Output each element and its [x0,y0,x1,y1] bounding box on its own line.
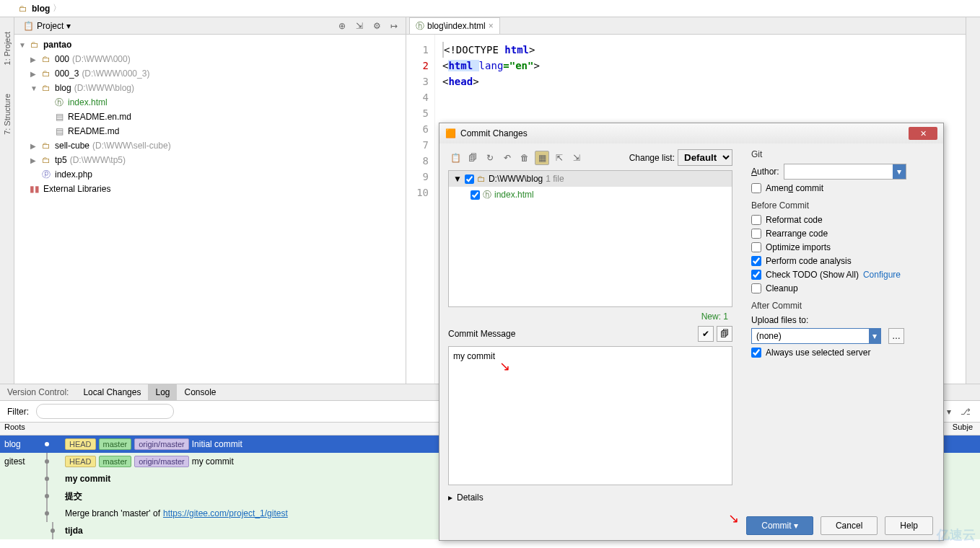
tree-node[interactable]: 000_3 [55,68,79,79]
folder-icon: 🗀 [40,54,52,64]
rearrange-checkbox[interactable] [751,229,761,239]
right-tool-strip [966,17,980,384]
app-icon: 🟧 [445,128,456,138]
folder-icon: 🗀 [40,155,52,165]
diff-icon[interactable]: 📋 [448,151,463,165]
vc-label: Version Control: [0,387,76,397]
revert-icon[interactable]: ↶ [500,151,515,165]
tab-log[interactable]: Log [148,384,177,400]
chevron-right-icon: 〉 [53,2,61,14]
todo-checkbox[interactable] [751,270,761,280]
cancel-button[interactable]: Cancel [821,516,878,535]
chevron-down-icon[interactable]: ▼ [453,174,462,184]
folder-icon: 🗀 [40,68,52,79]
amend-label: Amend commit [766,183,823,193]
close-button[interactable]: ✕ [909,127,937,140]
change-list-select[interactable]: Default [678,149,732,166]
html-icon: ⓗ [483,189,491,201]
project-title[interactable]: 📋 Project ▾ [19,19,75,32]
tab-console[interactable]: Console [177,384,223,400]
chevron-right-icon: ▸ [448,492,452,503]
git-header: Git [751,149,933,159]
group-icon[interactable]: ▦ [535,151,549,165]
author-label: AAuthor:uthor: [751,167,779,177]
md-icon: ▤ [53,126,65,136]
col-roots: Roots [0,423,43,435]
tree-node[interactable]: blog [55,83,71,93]
editor-tab[interactable]: ⓗ blog\index.html × [409,17,500,34]
left-tool-strip: 1: Project 7: Structure [0,17,14,384]
before-commit-header: Before Commit [751,200,933,211]
php-icon: ⓟ [40,169,52,181]
collapse-icon[interactable]: ⇲ [352,19,367,33]
arrow-annotation: ↘ [499,358,510,374]
configure-link[interactable]: Configure [863,270,901,280]
library-icon: ▮▮ [29,184,40,194]
author-combo[interactable]: ▾ [784,164,906,180]
tab-local-changes[interactable]: Local Changes [76,384,148,400]
amend-checkbox[interactable] [751,183,761,193]
refresh-icon[interactable]: ↻ [483,151,497,165]
analysis-checkbox[interactable] [751,256,761,266]
folder-icon: 🗀 [477,174,486,184]
folder-icon: 🗀 [40,83,52,93]
help-button[interactable]: Help [885,516,933,535]
folder-icon: 🗀 [17,3,29,14]
dialog-title: Commit Changes [460,128,528,138]
commit-file-row[interactable]: ⓗ index.html [449,187,732,203]
close-icon[interactable]: × [489,21,494,31]
select-all-checkbox[interactable] [465,174,474,184]
change-list-label: Change list: [629,153,675,163]
tree-root[interactable]: pantao [43,40,71,50]
watermark: 亿速云 [937,526,976,544]
author-input[interactable] [784,164,893,174]
after-commit-header: After Commit [751,301,933,311]
expand-icon[interactable]: ⇱ [552,151,566,165]
always-checkbox[interactable] [751,348,761,358]
filter-input[interactable] [36,404,174,419]
tree-file[interactable]: README.en.md [68,112,131,122]
more-button[interactable]: … [888,328,904,344]
details-toggle[interactable]: ▸ Details [448,490,732,505]
tab-structure[interactable]: 7: Structure [3,94,12,135]
chevron-down-icon[interactable]: ▾ [869,329,880,343]
tree-file[interactable]: README.md [68,126,119,136]
tree-file[interactable]: index.html [68,97,108,107]
reformat-checkbox[interactable] [751,215,761,225]
chevron-down-icon[interactable]: ▾ [893,164,906,179]
project-icon: 🗀 [29,40,40,50]
breadcrumb-item[interactable]: blog [32,4,50,14]
folder-icon: 🗀 [40,141,52,151]
tree-file[interactable]: index.php [55,169,92,180]
tree-external-libs[interactable]: External Libraries [43,184,110,194]
cleanup-checkbox[interactable] [751,283,761,293]
branch-icon[interactable]: ⎇ [958,405,973,419]
spellcheck-icon[interactable]: ✔ [698,326,714,342]
commit-message-label: Commit Message [448,329,515,339]
gear-icon[interactable]: ⚙ [369,19,384,33]
breadcrumb: 🗀 blog 〉 [0,0,980,17]
project-tree[interactable]: ▼🗀pantao ▶🗀000 (D:\WWW\000) ▶🗀000_3 (D:\… [14,35,406,384]
history-icon[interactable]: 🗐 [717,326,732,342]
dialog-titlebar[interactable]: 🟧 Commit Changes ✕ [439,123,943,143]
tree-node[interactable]: sell-cube [55,141,89,151]
collapse-icon[interactable]: ⇲ [569,151,584,165]
hide-icon[interactable]: ↦ [387,19,401,33]
file-checkbox[interactable] [471,190,480,200]
html-icon: ⓗ [416,20,424,32]
move-icon[interactable]: 🗐 [465,151,480,165]
optimize-checkbox[interactable] [751,242,761,252]
new-count: New: 1 [448,311,732,322]
tree-node[interactable]: 000 [55,54,69,64]
upload-combo[interactable]: (none)▾ [751,328,881,344]
commit-dialog: 🟧 Commit Changes ✕ 📋 🗐 ↻ ↶ 🗑 ▦ ⇱ ⇲ Chang… [439,123,944,541]
commit-file-list[interactable]: ▼ 🗀 D:\WWW\blog 1 file ⓗ index.html [448,170,732,307]
tab-project[interactable]: 1: Project [3,32,12,65]
commit-button[interactable]: Commit ▾ [746,516,813,535]
commit-message-input[interactable]: my commit ↘ [448,346,732,485]
tree-node[interactable]: tp5 [55,155,67,165]
delete-icon[interactable]: 🗑 [517,151,532,165]
target-icon[interactable]: ⊕ [335,19,349,33]
upload-label: Upload files to: [751,315,933,325]
filter-label: Filter: [7,407,29,417]
